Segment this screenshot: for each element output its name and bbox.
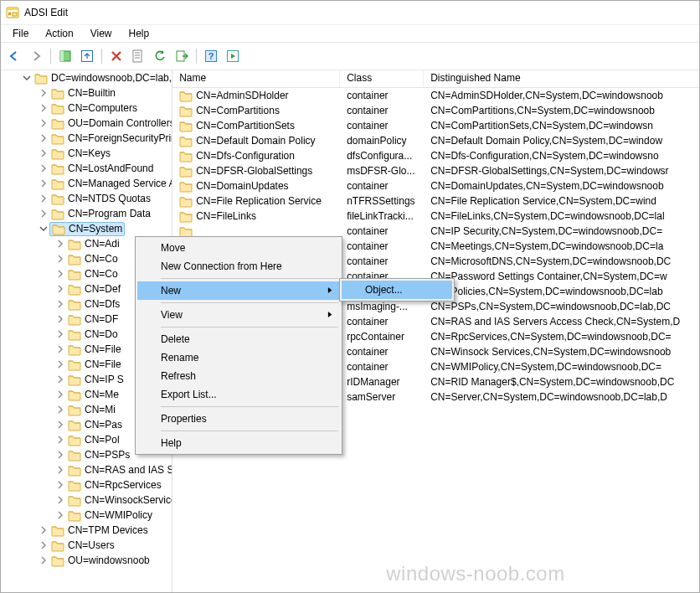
tree-item[interactable]: OU=Domain Controllers bbox=[1, 116, 172, 131]
expand-icon[interactable] bbox=[38, 539, 49, 551]
column-header-dn[interactable]: Distinguished Name bbox=[424, 70, 699, 87]
context-menu-item[interactable]: Help bbox=[137, 434, 340, 452]
list-row[interactable]: CN=Default Domain PolicydomainPolicyCN=D… bbox=[172, 133, 699, 148]
tree-item[interactable]: CN=WMIPolicy bbox=[1, 508, 172, 523]
expand-icon[interactable] bbox=[54, 389, 66, 400]
context-menu-item[interactable]: Export List... bbox=[137, 385, 340, 404]
list-row[interactable]: CN=FileLinksfileLinkTracki...CN=FileLink… bbox=[172, 209, 699, 224]
tree-item[interactable]: CN=TPM Devices bbox=[1, 523, 172, 538]
expand-icon[interactable] bbox=[54, 253, 66, 265]
context-menu-item[interactable]: Rename bbox=[137, 348, 340, 367]
expand-icon[interactable] bbox=[54, 449, 66, 461]
tree-item-label: CN=File bbox=[85, 358, 121, 370]
tree-item[interactable]: DC=windowsnoob,DC=lab,DC=loca bbox=[1, 70, 172, 85]
context-menu-item[interactable]: Delete bbox=[137, 330, 340, 348]
toolbar-separator bbox=[101, 49, 102, 64]
menu-action[interactable]: Action bbox=[37, 26, 81, 41]
tree-item-label: CN=Pas bbox=[85, 419, 122, 431]
expand-icon[interactable] bbox=[54, 298, 66, 310]
expand-icon[interactable] bbox=[38, 223, 49, 235]
expand-icon[interactable] bbox=[54, 268, 66, 280]
expand-icon[interactable] bbox=[38, 102, 49, 114]
expand-icon[interactable] bbox=[54, 374, 66, 385]
expand-icon[interactable] bbox=[54, 419, 66, 431]
tree-item[interactable]: CN=ForeignSecurityPrincipals bbox=[1, 131, 172, 146]
tree-item[interactable]: CN=WinsockServices bbox=[1, 492, 172, 508]
tree-item[interactable]: CN=Managed Service Accounts bbox=[1, 176, 172, 191]
column-header-name[interactable]: Name bbox=[172, 70, 340, 87]
expand-icon[interactable] bbox=[54, 404, 66, 415]
cell-dn: CN=Policies,CN=System,DC=windowsnoob,DC=… bbox=[424, 286, 699, 297]
expand-icon[interactable] bbox=[54, 238, 66, 250]
expand-icon[interactable] bbox=[54, 358, 66, 370]
tree-item[interactable]: CN=RAS and IAS Servers Acc bbox=[1, 462, 172, 477]
list-row[interactable]: CN=ComPartitionSetscontainerCN=ComPartit… bbox=[172, 118, 699, 133]
expand-icon[interactable] bbox=[38, 554, 49, 566]
svg-text:?: ? bbox=[208, 51, 214, 61]
export-list-button[interactable] bbox=[172, 46, 192, 66]
list-row[interactable]: CN=Dfs-ConfigurationdfsConfigura...CN=Df… bbox=[172, 148, 699, 163]
help-button[interactable]: ? bbox=[201, 46, 221, 66]
refresh-button[interactable] bbox=[150, 46, 170, 66]
properties-button[interactable] bbox=[128, 46, 148, 66]
column-header-class[interactable]: Class bbox=[340, 70, 424, 87]
show-hide-tree-button[interactable] bbox=[55, 46, 75, 66]
list-row[interactable]: CN=File Replication ServicenTFRSSettings… bbox=[172, 193, 699, 209]
tree-item[interactable]: CN=System bbox=[1, 221, 172, 236]
cell-name: CN=FileLinks bbox=[196, 210, 256, 222]
cell-dn: CN=Server,CN=System,DC=windowsnoob,DC=la… bbox=[424, 391, 699, 403]
action-button[interactable] bbox=[223, 46, 243, 66]
cell-dn: CN=DomainUpdates,CN=System,DC=windowsnoo… bbox=[424, 180, 699, 192]
list-row[interactable]: CN=DomainUpdatescontainerCN=DomainUpdate… bbox=[172, 178, 699, 193]
tree-item-label: CN=Managed Service Accounts bbox=[68, 178, 172, 189]
list-row[interactable]: CN=ComPartitionscontainerCN=ComPartition… bbox=[172, 103, 699, 118]
expand-icon[interactable] bbox=[38, 162, 49, 174]
nav-forward-button[interactable] bbox=[26, 46, 46, 66]
tree-item[interactable]: CN=Program Data bbox=[1, 206, 172, 221]
menubar: File Action View Help bbox=[1, 25, 699, 42]
tree-item-label: CN=RpcServices bbox=[85, 479, 162, 491]
cell-class: container bbox=[340, 225, 424, 237]
expand-icon[interactable] bbox=[54, 494, 66, 506]
expand-icon[interactable] bbox=[38, 147, 49, 159]
context-menu-item[interactable]: New Connection from Here bbox=[137, 257, 340, 276]
delete-button[interactable] bbox=[106, 46, 126, 66]
expand-icon[interactable] bbox=[54, 283, 66, 295]
up-one-level-button[interactable] bbox=[77, 46, 97, 66]
context-menu-item[interactable]: Move bbox=[137, 239, 340, 257]
nav-back-button[interactable] bbox=[4, 46, 24, 66]
expand-icon[interactable] bbox=[54, 464, 66, 476]
context-menu-item[interactable]: Properties bbox=[137, 410, 340, 428]
expand-icon[interactable] bbox=[38, 87, 49, 99]
menu-view[interactable]: View bbox=[82, 26, 121, 41]
tree-item[interactable]: CN=RpcServices bbox=[1, 477, 172, 492]
context-menu-item[interactable]: View bbox=[137, 306, 340, 324]
expand-icon[interactable] bbox=[38, 132, 49, 144]
tree-item[interactable]: CN=LostAndFound bbox=[1, 161, 172, 176]
menu-help[interactable]: Help bbox=[121, 26, 158, 41]
context-menu-item[interactable]: Object... bbox=[342, 281, 452, 299]
expand-icon[interactable] bbox=[54, 343, 66, 355]
expand-icon[interactable] bbox=[38, 208, 49, 219]
tree-item[interactable]: CN=Keys bbox=[1, 146, 172, 161]
tree-item[interactable]: OU=windowsnoob bbox=[1, 553, 172, 568]
expand-icon[interactable] bbox=[38, 117, 49, 129]
tree-item[interactable]: CN=NTDS Quotas bbox=[1, 191, 172, 206]
list-row[interactable]: CN=AdminSDHoldercontainerCN=AdminSDHolde… bbox=[172, 88, 699, 103]
expand-icon[interactable] bbox=[38, 193, 49, 204]
expand-icon[interactable] bbox=[54, 479, 66, 491]
menu-file[interactable]: File bbox=[4, 26, 37, 41]
expand-icon[interactable] bbox=[54, 434, 66, 446]
expand-icon[interactable] bbox=[38, 524, 49, 536]
expand-icon[interactable] bbox=[54, 313, 66, 325]
list-row[interactable]: CN=DFSR-GlobalSettingsmsDFSR-Glo...CN=DF… bbox=[172, 163, 699, 178]
context-menu-item[interactable]: New bbox=[137, 281, 340, 300]
expand-icon[interactable] bbox=[54, 328, 66, 340]
context-menu-item[interactable]: Refresh bbox=[137, 367, 340, 385]
expand-icon[interactable] bbox=[21, 72, 33, 84]
tree-item[interactable]: CN=Builtin bbox=[1, 85, 172, 101]
tree-item[interactable]: CN=Computers bbox=[1, 101, 172, 116]
expand-icon[interactable] bbox=[54, 509, 66, 521]
expand-icon[interactable] bbox=[38, 178, 49, 189]
tree-item[interactable]: CN=Users bbox=[1, 538, 172, 553]
